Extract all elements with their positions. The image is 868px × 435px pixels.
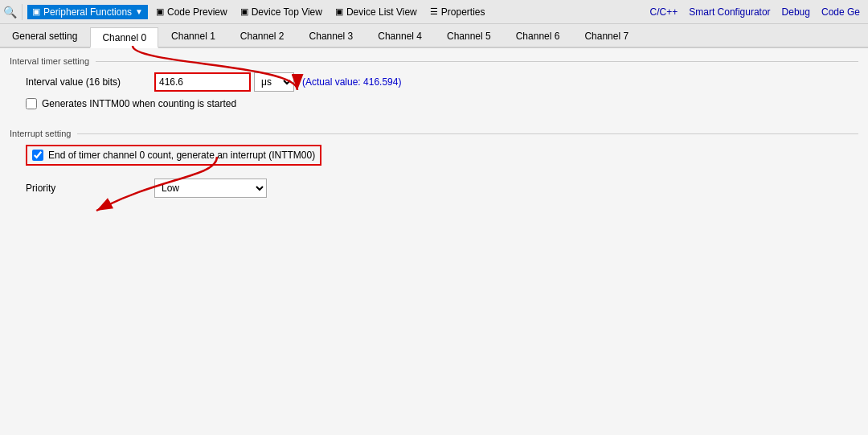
interval-value-row: Interval value (16 bits) μs ms s (Actual…: [10, 72, 858, 92]
priority-label: Priority: [26, 183, 154, 194]
right-toolbar-codege[interactable]: Code Ge: [817, 5, 865, 19]
interval-timer-section: Interval timer setting Interval value (1…: [10, 56, 858, 109]
right-toolbar-debug[interactable]: Debug: [777, 5, 815, 19]
code-preview-icon: ▣: [156, 6, 164, 17]
device-list-label: Device List View: [346, 6, 417, 18]
toolbar-peripheral[interactable]: ▣ Peripheral Functions ▼: [27, 5, 148, 19]
code-preview-label: Code Preview: [167, 6, 227, 18]
tab-channel4-label: Channel 4: [378, 31, 422, 42]
tab-channel7-label: Channel 7: [584, 31, 628, 42]
toolbar-separator-1: [22, 4, 23, 20]
properties-label: Properties: [441, 6, 485, 18]
interrupt-checkbox[interactable]: [32, 150, 43, 161]
unit-select[interactable]: μs ms s: [254, 72, 294, 92]
right-toolbar-cpp[interactable]: C/C++: [645, 5, 683, 19]
peripheral-arrow: ▼: [135, 7, 143, 16]
main-content: General setting Channel 0 Channel 1 Chan…: [0, 24, 868, 435]
device-top-icon: ▣: [240, 6, 248, 17]
toolbar-device-list[interactable]: ▣ Device List View: [330, 5, 422, 19]
actual-value-text: (Actual value: 416.594): [302, 76, 401, 88]
tab-channel0-label: Channel 0: [102, 32, 146, 43]
tab-channel2[interactable]: Channel 2: [228, 26, 297, 47]
priority-select[interactable]: Low Medium High: [154, 179, 267, 198]
tab-channel5[interactable]: Channel 5: [435, 26, 503, 47]
tab-channel1[interactable]: Channel 1: [159, 26, 227, 47]
tab-channel0[interactable]: Channel 0: [90, 27, 158, 48]
interval-timer-heading: Interval timer setting: [10, 56, 858, 66]
interrupt-section-label: Interrupt setting: [10, 129, 71, 138]
device-top-label: Device Top View: [252, 6, 322, 18]
tab-channel4[interactable]: Channel 4: [366, 26, 434, 47]
tab-channel7[interactable]: Channel 7: [572, 26, 641, 47]
peripheral-icon: ▣: [32, 6, 40, 17]
generates-inttm-checkbox[interactable]: [26, 98, 37, 109]
tab-channel6-label: Channel 6: [516, 31, 560, 42]
interrupt-checkbox-label: End of timer channel 0 count, generate a…: [48, 150, 315, 161]
interval-timer-label: Interval timer setting: [10, 56, 89, 66]
toolbar-properties[interactable]: ☰ Properties: [425, 5, 490, 19]
tab-bar: General setting Channel 0 Channel 1 Chan…: [0, 24, 868, 48]
tab-channel2-label: Channel 2: [240, 31, 285, 42]
interrupt-heading: Interrupt setting: [10, 129, 858, 138]
search-icon[interactable]: 🔍: [3, 6, 17, 18]
interval-value-label: Interval value (16 bits): [26, 76, 154, 88]
toolbar-code-preview[interactable]: ▣ Code Preview: [151, 5, 232, 19]
right-toolbar: C/C++ Smart Configurator Debug Code Ge: [645, 5, 865, 19]
tab-channel3[interactable]: Channel 3: [297, 26, 366, 47]
top-toolbar: 🔍 ▣ Peripheral Functions ▼ ▣ Code Previe…: [0, 0, 868, 24]
interval-value-input[interactable]: [154, 72, 251, 92]
generates-inttm-label: Generates INTTM00 when counting is start…: [42, 98, 236, 109]
priority-row: Priority Low Medium High: [10, 179, 858, 198]
peripheral-label: Peripheral Functions: [43, 6, 132, 18]
tab-channel1-label: Channel 1: [171, 31, 215, 42]
panel-content: Interval timer setting Interval value (1…: [0, 48, 868, 435]
tab-channel5-label: Channel 5: [447, 31, 491, 42]
device-list-icon: ▣: [335, 6, 343, 17]
toolbar-device-top[interactable]: ▣ Device Top View: [235, 5, 327, 19]
interrupt-section: Interrupt setting End of timer channel 0…: [10, 129, 858, 198]
tab-general-label: General setting: [12, 31, 77, 42]
interrupt-checkbox-row: End of timer channel 0 count, generate a…: [26, 145, 321, 166]
tab-channel6[interactable]: Channel 6: [504, 26, 572, 47]
properties-icon: ☰: [430, 6, 438, 17]
tab-channel3-label: Channel 3: [309, 31, 354, 42]
right-toolbar-smart[interactable]: Smart Configurator: [684, 5, 775, 19]
generates-inttm-row: Generates INTTM00 when counting is start…: [10, 98, 858, 109]
tab-general[interactable]: General setting: [0, 26, 89, 47]
